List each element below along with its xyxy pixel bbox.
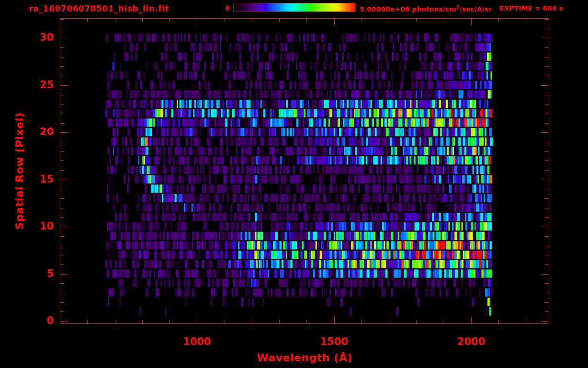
y-tick-label: 5 [28,268,54,279]
x-axis-title: Wavelength (Å) [60,352,549,364]
spectral-display-window: { "header": { "title": "ra_160706070501_… [0,0,588,368]
y-tick-label: 30 [28,32,54,43]
colorbar-units-prefix: photons/cm [412,5,456,13]
y-axis-title: Spatial Row (Pixel) [13,113,25,230]
colorbar-units-suffix: /sec/A/sr [460,5,492,13]
x-tick-label: 2000 [450,336,493,347]
spectral-heatmap-canvas [60,18,549,324]
exptime-label: EXPTIME = 604 s [499,4,563,12]
x-tick-label: 1500 [313,336,356,347]
colorbar-gradient [233,3,356,12]
colorbar-min-label: 0 [220,4,230,12]
page-title: ra_160706070501_hisb_lin.fit [29,4,169,13]
x-tick-label: 1000 [175,336,218,347]
colorbar-units-superscript: 2 [456,4,460,10]
y-tick-label: 15 [28,173,54,185]
y-tick-label: 25 [28,79,54,91]
plot-area [60,18,549,324]
y-tick-label: 20 [28,126,54,138]
colorbar-max-label: 5.00000e+06 photons/cm2/sec/A/sr [360,4,492,13]
colorbar-max-value: 5.00000e+06 [360,5,409,13]
y-tick-label: 0 [28,315,54,326]
y-tick-label: 10 [28,220,54,232]
